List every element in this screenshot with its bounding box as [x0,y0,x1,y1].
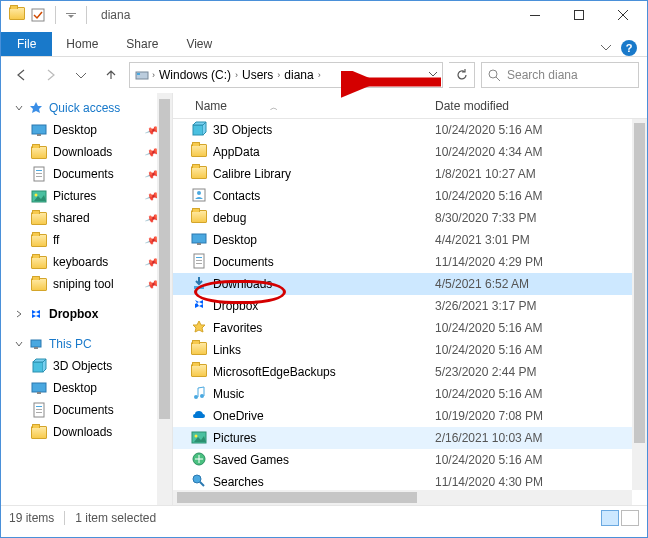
file-icon [191,319,207,338]
quick-access-header[interactable]: Quick access [1,97,172,119]
column-header-name[interactable]: Name ︿ [173,99,427,113]
svg-rect-23 [36,412,42,413]
svg-rect-22 [36,409,42,410]
search-icon [488,69,501,82]
address-dropdown-icon[interactable] [428,68,438,82]
chevron-down-icon [15,340,23,348]
file-row[interactable]: Documents11/14/2020 4:29 PM [173,251,647,273]
chevron-right-icon[interactable]: › [233,70,240,80]
sidebar-item[interactable]: Downloads [1,421,172,443]
breadcrumb-part[interactable]: Users [240,68,275,82]
sidebar-item[interactable]: ff📌 [1,229,172,251]
file-row[interactable]: Desktop4/4/2021 3:01 PM [173,229,647,251]
svg-rect-1 [66,13,76,14]
view-details-button[interactable] [601,510,619,526]
chevron-right-icon[interactable]: › [150,70,157,80]
file-row[interactable]: OneDrive10/19/2020 7:08 PM [173,405,647,427]
file-name: Pictures [213,431,256,445]
dropbox-icon [29,307,43,321]
file-name: Downloads [213,277,272,291]
sidebar-item[interactable]: Documents📌 [1,163,172,185]
file-row[interactable]: 3D Objects10/24/2020 5:16 AM [173,119,647,141]
tab-share[interactable]: Share [112,32,172,56]
svg-rect-18 [32,383,46,392]
folder-icon [9,7,25,23]
svg-point-14 [35,194,38,197]
svg-rect-33 [194,286,204,289]
breadcrumb-box[interactable]: ›Windows (C:)›Users›diana› [129,62,443,88]
file-date: 2/16/2021 10:03 AM [427,431,647,445]
sidebar-item[interactable]: keyboards📌 [1,251,172,273]
file-row[interactable]: MicrosoftEdgeBackups5/23/2020 2:44 PM [173,361,647,383]
sidebar-item[interactable]: 3D Objects [1,355,172,377]
file-list-pane: Name ︿ Date modified 3D Objects10/24/202… [173,93,647,505]
sidebar-item[interactable]: Documents [1,399,172,421]
file-tab[interactable]: File [1,32,52,56]
navigation-pane[interactable]: Quick access Desktop📌Downloads📌Documents… [1,93,173,505]
file-row[interactable]: Dropbox3/26/2021 3:17 PM [173,295,647,317]
sidebar-item[interactable]: Pictures📌 [1,185,172,207]
file-name: Documents [213,255,274,269]
qat-checkbox-icon[interactable] [31,8,45,22]
file-date: 10/19/2020 7:08 PM [427,409,647,423]
forward-button[interactable] [39,63,63,87]
star-icon [29,101,43,115]
sidebar-item[interactable]: Downloads📌 [1,141,172,163]
file-icon [191,166,207,182]
file-icon [191,407,207,426]
file-row[interactable]: Calibre Library1/8/2021 10:27 AM [173,163,647,185]
file-row[interactable]: Downloads4/5/2021 6:52 AM [173,273,647,295]
file-row[interactable]: debug8/30/2020 7:33 PM [173,207,647,229]
file-row[interactable]: Contacts10/24/2020 5:16 AM [173,185,647,207]
search-box[interactable]: Search diana [481,62,639,88]
chevron-right-icon[interactable]: › [275,70,282,80]
window-title: diana [101,8,130,22]
expand-ribbon-icon[interactable] [601,41,611,55]
file-row[interactable]: Saved Games10/24/2020 5:16 AM [173,449,647,471]
dropbox-header[interactable]: Dropbox [1,303,172,325]
refresh-button[interactable] [449,62,475,88]
this-pc-header[interactable]: This PC [1,333,172,355]
file-row[interactable]: Favorites10/24/2020 5:16 AM [173,317,647,339]
breadcrumb-part[interactable]: Windows (C:) [157,68,233,82]
sidebar-item[interactable]: Desktop📌 [1,119,172,141]
scrollbar-horizontal[interactable] [173,490,632,505]
tab-view[interactable]: View [172,32,226,56]
up-button[interactable] [99,63,123,87]
svg-rect-16 [34,347,38,349]
qat-overflow-icon[interactable] [66,10,76,20]
sidebar-item[interactable]: shared📌 [1,207,172,229]
file-name: OneDrive [213,409,264,423]
file-name: 3D Objects [213,123,272,137]
file-row[interactable]: AppData10/24/2020 4:34 AM [173,141,647,163]
maximize-button[interactable] [557,1,601,29]
scrollbar-vertical[interactable] [632,119,647,490]
file-date: 3/26/2021 3:17 PM [427,299,647,313]
file-list[interactable]: 3D Objects10/24/2020 5:16 AMAppData10/24… [173,119,647,505]
close-button[interactable] [601,1,645,29]
file-row[interactable]: Pictures2/16/2021 10:03 AM [173,427,647,449]
file-row[interactable]: Music10/24/2020 5:16 AM [173,383,647,405]
svg-rect-31 [196,260,202,261]
view-icons-button[interactable] [621,510,639,526]
breadcrumb-part[interactable]: diana [282,68,315,82]
file-name: Favorites [213,321,262,335]
sidebar-item[interactable]: sniping tool📌 [1,273,172,295]
help-button[interactable]: ? [621,40,637,56]
svg-point-35 [200,394,204,398]
svg-rect-8 [37,134,41,136]
tab-home[interactable]: Home [52,32,112,56]
file-name: debug [213,211,246,225]
scrollbar-vertical[interactable] [157,93,172,505]
file-row[interactable]: Links10/24/2020 5:16 AM [173,339,647,361]
sidebar-item[interactable]: Desktop [1,377,172,399]
file-icon [191,253,207,272]
minimize-button[interactable] [513,1,557,29]
column-header-date[interactable]: Date modified [427,99,647,113]
svg-rect-32 [196,263,202,264]
chevron-right-icon[interactable]: › [316,70,323,80]
back-button[interactable] [9,63,33,87]
svg-rect-17 [33,362,43,372]
recent-button[interactable] [69,63,93,87]
status-bar: 19 items 1 item selected [1,505,647,529]
